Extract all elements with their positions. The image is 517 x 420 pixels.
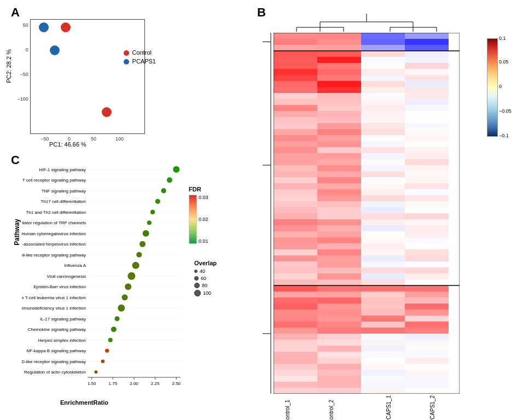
pca-dot-pcaps1-2: [50, 45, 60, 55]
svg-rect-222: [274, 352, 317, 358]
svg-rect-219: [317, 346, 361, 352]
svg-rect-110: [274, 183, 317, 190]
svg-rect-81: [405, 135, 449, 142]
svg-rect-147: [317, 237, 361, 244]
svg-rect-152: [361, 243, 405, 250]
svg-rect-111: [317, 183, 361, 190]
svg-rect-230: [274, 364, 317, 370]
svg-rect-174: [274, 279, 317, 286]
svg-rect-200: [361, 316, 405, 322]
svg-rect-149: [405, 237, 449, 244]
svg-rect-77: [405, 129, 449, 136]
svg-rect-159: [317, 255, 361, 262]
svg-rect-35: [317, 69, 361, 75]
svg-text:Herpes simplex infection: Herpes simplex infection: [38, 338, 86, 343]
svg-rect-208: [361, 328, 405, 334]
svg-rect-71: [317, 123, 361, 130]
panel-a-label: A: [11, 5, 20, 20]
panel-b: B Control_1 Control_2 PCAPS1_1 PCAPS1_2 …: [257, 5, 509, 416]
svg-rect-51: [317, 93, 361, 100]
svg-rect-98: [274, 165, 317, 172]
svg-rect-235: [317, 370, 361, 376]
svg-rect-32: [361, 63, 405, 69]
svg-rect-157: [405, 249, 449, 256]
svg-rect-234: [274, 370, 317, 376]
svg-rect-118: [274, 195, 317, 202]
svg-rect-143: [317, 231, 361, 238]
svg-rect-30: [274, 63, 317, 69]
svg-rect-63: [317, 111, 361, 118]
svg-rect-182: [274, 291, 317, 298]
svg-point-293: [167, 177, 172, 183]
svg-rect-168: [361, 267, 405, 274]
svg-rect-67: [317, 117, 361, 124]
svg-rect-84: [361, 141, 405, 148]
svg-rect-172: [361, 273, 405, 280]
svg-text:Influenza A: Influenza A: [64, 263, 86, 268]
svg-rect-247: [317, 388, 361, 394]
svg-rect-209: [405, 328, 449, 334]
svg-rect-136: [361, 219, 405, 226]
svg-rect-102: [274, 171, 317, 178]
svg-rect-68: [361, 117, 405, 124]
svg-rect-231: [317, 364, 361, 370]
svg-rect-123: [317, 201, 361, 208]
panel-c: C Pathway 1.501.752.002.252.50HIF-1 sign…: [5, 153, 252, 410]
svg-text:Chemokine signaling pathway: Chemokine signaling pathway: [28, 327, 86, 332]
pcaps1-label: PCAPS1: [132, 58, 156, 65]
svg-rect-88: [361, 147, 405, 154]
svg-rect-148: [361, 237, 405, 244]
col-label-2: Control_2: [328, 400, 334, 420]
overlap-dot-40: [194, 270, 197, 273]
svg-rect-117: [405, 189, 449, 196]
svg-rect-206: [274, 328, 317, 334]
svg-text:Th1 and Th2 cell differentiati: Th1 and Th2 cell differentiation: [26, 210, 86, 215]
svg-rect-62: [274, 111, 317, 118]
dot-y-axis-label: Pathway: [13, 219, 21, 246]
y-tick-1: 50: [23, 22, 28, 28]
svg-rect-170: [274, 273, 317, 280]
svg-point-301: [147, 220, 152, 225]
svg-rect-161: [405, 255, 449, 262]
svg-rect-119: [317, 195, 361, 202]
svg-rect-53: [405, 93, 449, 100]
svg-text:Human immunodeficiency virus 1: Human immunodeficiency virus 1 infection: [22, 306, 86, 311]
svg-rect-18: [274, 45, 317, 51]
svg-rect-216: [361, 340, 405, 346]
svg-point-319: [115, 316, 120, 321]
svg-rect-180: [361, 285, 405, 292]
row-dendrogram: [257, 33, 274, 394]
svg-rect-91: [317, 153, 361, 160]
svg-rect-40: [361, 75, 405, 81]
svg-rect-70: [274, 123, 317, 130]
color-scale: 0.1 0.05 0 −0.05 −0.1: [487, 38, 503, 148]
scale-val-1: 0.1: [499, 36, 506, 41]
overlap-dot-100: [194, 290, 201, 296]
svg-text:2.50: 2.50: [172, 381, 181, 386]
svg-rect-61: [405, 105, 449, 112]
svg-rect-226: [274, 358, 317, 364]
svg-rect-175: [317, 279, 361, 286]
svg-rect-186: [274, 298, 317, 304]
svg-rect-76: [361, 129, 405, 136]
svg-rect-245: [405, 382, 449, 388]
svg-rect-80: [361, 135, 405, 142]
svg-rect-115: [317, 189, 361, 196]
svg-rect-28: [361, 57, 405, 63]
pca-plot-area: 50 0 −50 −100 −50 0 50 100: [30, 19, 145, 134]
svg-rect-197: [405, 310, 449, 316]
svg-rect-17: [405, 39, 449, 45]
y-tick-4: −100: [18, 96, 28, 102]
svg-rect-54: [274, 99, 317, 106]
svg-rect-23: [317, 51, 361, 57]
svg-rect-56: [361, 99, 405, 106]
svg-rect-96: [361, 159, 405, 166]
svg-rect-167: [317, 267, 361, 274]
svg-rect-11: [317, 33, 361, 39]
svg-rect-155: [317, 249, 361, 256]
svg-text:NOD-like receptor signaling pa: NOD-like receptor signaling pathway: [22, 359, 86, 364]
pca-dot-control-1: [61, 22, 71, 32]
svg-text:HIF-1 signaling pathway: HIF-1 signaling pathway: [39, 167, 86, 172]
svg-rect-181: [405, 285, 449, 292]
svg-rect-49: [405, 87, 449, 94]
